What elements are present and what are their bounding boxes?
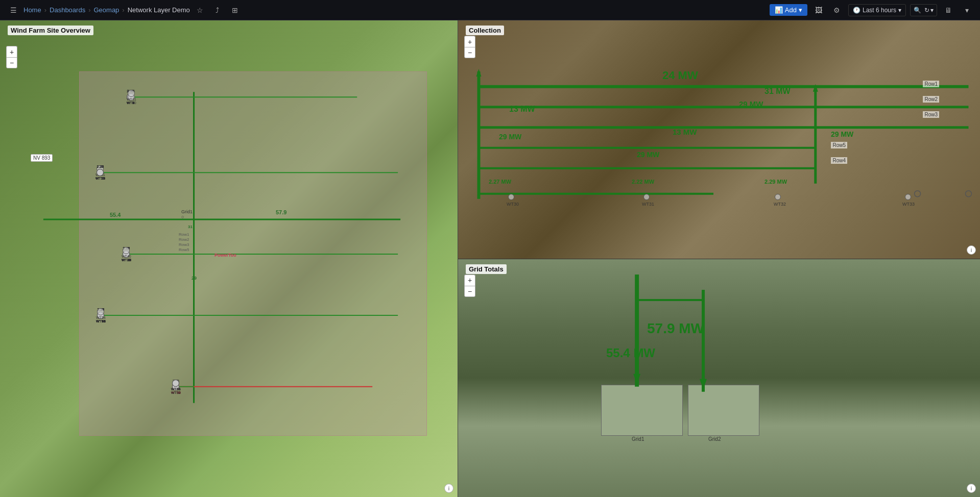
settings-icon[interactable]: ⚙ (830, 3, 844, 17)
grid-icon[interactable]: ⊞ (228, 3, 242, 17)
mw-554-left: 55.4 (110, 212, 121, 218)
grid-point-label: Grid1○ (181, 209, 193, 219)
map-controls-left: + − (6, 46, 17, 68)
time-range-selector[interactable]: 🕐 Last 6 hours ▾ (848, 4, 906, 16)
grid2-label-bottom: Grid2 (708, 436, 721, 442)
grid-totals-svg (458, 259, 980, 498)
star-icon[interactable]: ☆ (193, 3, 207, 17)
hamburger-menu-icon[interactable]: ☰ (6, 3, 20, 17)
mw-29-row2-label: 29 MW (739, 100, 763, 108)
map-zoom-out-left[interactable]: − (6, 57, 17, 68)
time-range-label: Last 6 hours (863, 7, 896, 14)
mw-29-right-label: 29 MW (831, 130, 853, 138)
clock-icon: 🕐 (853, 7, 861, 14)
info-icon-left[interactable]: i (444, 484, 453, 493)
wt30-label: WT30 (507, 202, 519, 207)
topbar-right: 📊 Add ▾ 🖼 ⚙ 🕐 Last 6 hours ▾ 🔍 ↻ ▾ 🖥 ▾ (770, 3, 974, 17)
add-chevron-icon: ▾ (799, 6, 802, 14)
wind-farm-map[interactable]: + − NV 893 (0, 20, 458, 497)
map-controls-collection: + − (464, 36, 475, 58)
collection-zoom-in[interactable]: + (464, 36, 475, 47)
mw-13-label: 13 MW (509, 105, 535, 114)
breadcrumb-current: Network Layer Demo (128, 6, 190, 14)
svg-point-23 (915, 191, 921, 197)
turbine-dot-wt31 (643, 194, 650, 200)
mw-31-label: 31 (188, 225, 193, 229)
grid-totals-title: Grid Totals (466, 264, 507, 274)
mw-2-22-wt31: 2.22 MW (632, 179, 654, 185)
row4-tag: Row4 (831, 157, 847, 164)
collection-panel: Collection + − (458, 20, 980, 259)
turbine-dot-wt33 (905, 194, 911, 200)
mw-2-27-wt30: 2.27 MW (489, 179, 511, 185)
zoom-chevron: ▾ (930, 7, 934, 14)
mw-579-grid: 57.9 MW (647, 320, 704, 337)
wt31-label: WT31 (642, 202, 654, 207)
wind-farm-region (79, 71, 427, 436)
breadcrumb-sep-3: › (122, 6, 124, 14)
grid-totals-map[interactable]: Grid Totals + − (458, 259, 980, 498)
info-icon-collection[interactable]: i (967, 245, 976, 255)
collection-title: Collection (466, 26, 504, 35)
grid-totals-panel: Grid Totals + − (458, 259, 980, 498)
wt32-label: WT32 (774, 202, 786, 207)
breadcrumb-geomap[interactable]: Geomap (93, 6, 119, 14)
row3-tag: Row3 (923, 111, 939, 118)
grid-zoom-out[interactable]: − (464, 286, 475, 297)
mw-29-row3-label: 29 MW (499, 133, 521, 141)
turbine-dot-wt30 (508, 194, 514, 200)
collection-network-svg (458, 20, 980, 259)
topbar: ☰ Home › Dashboards › Geomap › Network L… (0, 0, 980, 20)
breadcrumb-dashboards[interactable]: Dashboards (50, 6, 85, 14)
breadcrumb-sep-1: › (44, 6, 46, 14)
wind-farm-title: Wind Farm Site Overview (8, 26, 93, 35)
breadcrumb-sep-2: › (88, 6, 90, 14)
mw-13-row4-label: 13 MW (673, 128, 697, 136)
grid1-label-bottom: Grid1 (632, 436, 644, 442)
t-wt40: WT40 (122, 246, 131, 258)
topbar-left: ☰ Home › Dashboards › Geomap › Network L… (6, 3, 766, 17)
grid-zoom-in[interactable]: + (464, 275, 475, 286)
collection-zoom-out[interactable]: − (464, 47, 475, 58)
row5-label-left: Row5 (179, 247, 189, 252)
breadcrumb-home[interactable]: Home (23, 6, 41, 14)
share-icon[interactable]: ⤴ (210, 3, 225, 17)
mw-554-grid: 55.4 MW (606, 346, 655, 360)
mw-31-label: 31 MW (764, 87, 791, 96)
wind-farm-panel: Wind Farm Site Overview + − NV 893 (0, 20, 458, 497)
t-wt54: WT54 (96, 308, 106, 319)
zoom-controls[interactable]: 🔍 ↻ ▾ (910, 4, 937, 16)
row2-label-left: Row2 (179, 237, 189, 242)
turbine-dot-wt32 (775, 194, 781, 200)
wt33-label: WT33 (902, 202, 915, 207)
powertoo-label: PowerToo (214, 253, 236, 258)
add-button[interactable]: 📊 Add ▾ (770, 4, 807, 16)
tv-icon[interactable]: 🖥 (941, 3, 955, 17)
time-range-chevron: ▾ (898, 7, 901, 14)
svg-marker-29 (700, 379, 707, 389)
turbine-wt11: WT11 (127, 89, 136, 101)
refresh-icon[interactable]: ↻ (924, 7, 929, 14)
svg-point-24 (965, 191, 971, 197)
info-icon-grid[interactable]: i (967, 484, 976, 493)
row1-label-left: Row1 (179, 232, 189, 237)
main-content: Wind Farm Site Overview + − NV 893 (0, 20, 980, 497)
tv-chevron[interactable]: ▾ (960, 3, 974, 17)
mw-29-center: 29 (192, 276, 197, 281)
add-chart-icon: 📊 (775, 6, 783, 14)
mw-24-label: 24 MW (662, 69, 698, 82)
mw-579-left: 57.9 (276, 209, 286, 215)
collection-map[interactable]: Collection + − (458, 20, 980, 259)
mw-29-row5-label: 29 MW (637, 151, 659, 159)
row5-tag: Row5 (831, 142, 847, 148)
road-label: NV 893 (31, 154, 53, 162)
row2-tag: Row2 (923, 96, 939, 103)
mw-2-29-wt32: 2.29 MW (764, 179, 787, 185)
map-controls-grid: + − (464, 275, 475, 297)
turbine-wt26: 2.31 WT26 (95, 165, 105, 180)
zoom-out-icon[interactable]: 🔍 (914, 7, 921, 14)
row3-label-left: Row3 (179, 242, 189, 247)
image-icon[interactable]: 🖼 (811, 3, 826, 17)
add-label: Add (785, 6, 797, 14)
map-zoom-in-left[interactable]: + (6, 46, 17, 57)
